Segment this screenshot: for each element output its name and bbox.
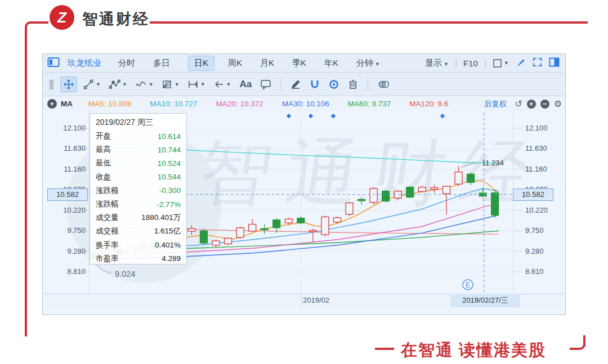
ma-legend-row: ▼ MA MA5: 10.808MA10: 10.727MA20: 10.372…: [43, 96, 565, 111]
frame-bottom-dash: [375, 348, 394, 350]
edit-pencil-icon[interactable]: [288, 77, 303, 92]
chevron-down-icon: ▼: [504, 60, 509, 66]
chevron-down-icon: ▼: [226, 82, 231, 87]
tooltip-row: 收盘10.544: [96, 170, 181, 184]
tab-周K[interactable]: 周K: [228, 58, 242, 69]
tooltip-row: 最低10.524: [96, 156, 181, 170]
zhitong-logo-icon: Z: [50, 5, 74, 30]
shape-style-dropdown[interactable]: ▼: [493, 59, 509, 68]
zoom-in-icon[interactable]: +: [527, 100, 536, 109]
pan-tool[interactable]: [60, 77, 77, 92]
tooltip-row: 最高10.744: [96, 143, 181, 156]
polyline-tool[interactable]: ▼: [106, 77, 129, 92]
collapse-indicator-icon[interactable]: ▼: [47, 99, 57, 109]
tab-多日[interactable]: 多日: [153, 58, 170, 69]
tab-季K[interactable]: 季K: [292, 58, 306, 69]
tooltip-date: 2019/02/27 周三: [96, 115, 181, 129]
y-axis-label: 8.810: [525, 267, 559, 276]
tab-年K[interactable]: 年K: [324, 58, 338, 69]
y-axis-label: 11.160: [52, 165, 86, 173]
chevron-down-icon: ▼: [175, 82, 180, 87]
tooltip-row: 涨跌额-0.300: [96, 184, 181, 197]
adjust-mode-button[interactable]: 后复权: [484, 99, 507, 109]
zoom-out-icon[interactable]: −: [540, 100, 549, 109]
arrow-tool[interactable]: ▼: [211, 77, 234, 92]
f10-button[interactable]: F10: [463, 59, 478, 68]
layout-split-icon[interactable]: [549, 57, 560, 69]
frame-corner-bottom-right: [570, 335, 585, 350]
ma-legend-item[interactable]: MA60: 9.737: [348, 100, 391, 108]
frame-left-line: [25, 36, 27, 336]
period-tabbar: 玖龙纸业 分时多日日K周K月K季K年K 分钟▼ 显示▼ | F10 | ▼: [43, 54, 565, 73]
y-axis-label: 11.160: [525, 165, 559, 173]
tooltip-row: 成交量1880.401万: [96, 211, 181, 224]
separator: [280, 78, 281, 91]
tooltip-row: 涨跌幅-2.77%: [96, 197, 181, 211]
chevron-down-icon: ▼: [122, 82, 127, 87]
ma-label: MA: [61, 100, 73, 108]
y-axis-label: 9.750: [525, 226, 559, 235]
tooltip-row: 市盈率4.289: [96, 252, 181, 266]
gann-box-tool[interactable]: ▼: [159, 77, 182, 92]
svg-text:11.234: 11.234: [482, 159, 504, 167]
target-tool[interactable]: [326, 77, 342, 92]
stock-name[interactable]: 玖龙纸业: [68, 58, 101, 69]
chevron-down-icon: ▼: [444, 61, 449, 67]
brand-name: 智通财经: [82, 9, 150, 29]
tab-minute-dropdown[interactable]: 分钟▼: [356, 58, 380, 69]
tab-日K[interactable]: 日K: [188, 56, 214, 71]
chevron-down-icon: ▼: [375, 61, 380, 67]
y-axis-label: 9.280: [525, 247, 559, 255]
delete-trash-icon[interactable]: [345, 77, 361, 92]
ma-legend-item[interactable]: MA10: 10.727: [150, 100, 198, 108]
chevron-down-icon: ▼: [149, 82, 154, 87]
y-axis-label: 11.630: [52, 144, 86, 152]
y-axis-label: 12.100: [52, 124, 86, 132]
y-axis-label: 9.280: [52, 247, 86, 255]
tooltip-row: 开盘10.614: [96, 129, 181, 143]
brand-slogan: 在智通 读懂港美股: [401, 339, 546, 362]
y-axis-label: 11.630: [525, 144, 559, 152]
brush-tool-icon[interactable]: [515, 57, 526, 69]
y-axis-label: 8.810: [52, 267, 86, 276]
fullscreen-icon[interactable]: [532, 57, 543, 69]
separator: |: [484, 58, 486, 68]
separator: [368, 78, 368, 91]
y-axis-label: 9.750: [52, 226, 86, 235]
settings-gear-icon[interactable]: ⚙: [554, 98, 562, 109]
tooltip-row: 成交额1.615亿: [96, 224, 181, 238]
tooltip-row: 换手率0.401%: [96, 239, 181, 252]
frame-top-line: [39, 21, 48, 24]
frame-top-rule: [150, 21, 588, 24]
page: Z 智通财经 在智通 读懂港美股 玖龙纸业 分时多日日K周K月K季K年K 分钟▼…: [0, 0, 608, 364]
chevron-down-icon: ▼: [200, 82, 205, 87]
frame-corner-top-left: [25, 21, 41, 37]
separator: |: [455, 58, 457, 68]
grip-handle[interactable]: [46, 77, 57, 92]
measure-tool[interactable]: ▼: [185, 77, 208, 92]
wave-tool[interactable]: ▼: [133, 77, 156, 92]
ma-legend-item[interactable]: MA30: 10.106: [282, 100, 329, 108]
tab-分时[interactable]: 分时: [118, 58, 135, 69]
comment-tool[interactable]: [258, 77, 274, 92]
svg-text:E: E: [466, 281, 470, 289]
tab-月K[interactable]: 月K: [260, 58, 274, 69]
undo-icon[interactable]: ↺: [515, 98, 522, 109]
trendline-tool[interactable]: ▼: [81, 77, 103, 92]
x-axis-month-label: 2019/02: [303, 296, 329, 304]
chevron-down-icon: ▼: [96, 82, 101, 87]
compare-overlay-icon[interactable]: [375, 77, 393, 92]
display-dropdown[interactable]: 显示▼: [425, 58, 449, 69]
panel-toggle-icon[interactable]: [47, 57, 60, 69]
ma-legend-item[interactable]: MA5: 10.808: [88, 100, 132, 108]
crosshair-price-box-right: 10.582: [513, 188, 553, 201]
ma-legend-item[interactable]: MA20: 10.372: [216, 100, 263, 108]
text-tool[interactable]: Aa: [237, 79, 255, 90]
y-axis-label: 12.100: [525, 124, 559, 132]
magnet-tool[interactable]: [307, 77, 323, 92]
crosshair-price-box-left: 10.582: [47, 188, 88, 201]
y-axis-label: 10.220: [525, 206, 559, 214]
ma-legend-item[interactable]: MA120: 9.6: [409, 100, 448, 108]
drawing-toolbar: ▼ ▼ ▼ ▼ ▼ ▼ Aa: [43, 73, 565, 96]
candle-data-tooltip: 2019/02/27 周三 开盘10.614最高10.744最低10.524收盘…: [90, 113, 187, 264]
